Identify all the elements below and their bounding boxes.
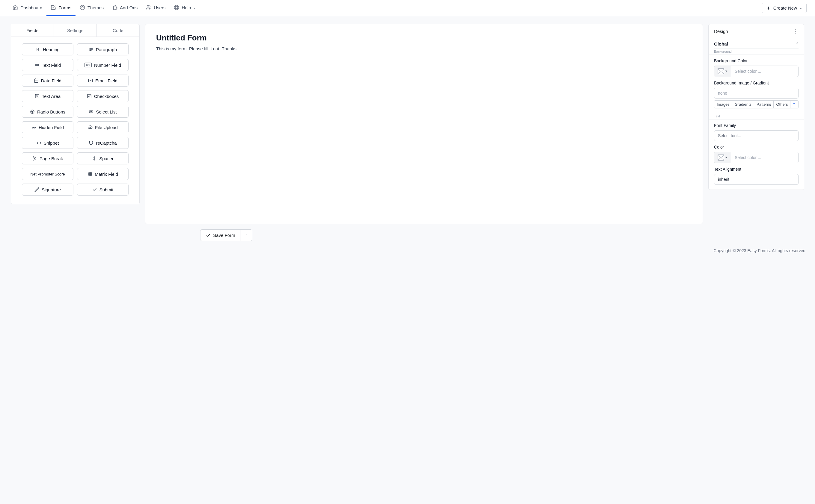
field-label: Submit [99, 187, 114, 192]
svg-point-4 [147, 5, 149, 7]
field-nps[interactable]: Net Promoter Score [22, 168, 73, 180]
plus-icon [766, 6, 771, 10]
scissors-icon [32, 156, 37, 161]
field-label: Paragraph [96, 47, 117, 52]
svg-point-32 [34, 127, 35, 128]
field-pagebreak[interactable]: Page Break [22, 152, 73, 164]
bg-color-row: ▼ [714, 66, 799, 77]
field-matrix[interactable]: Matrix Field [77, 168, 128, 180]
nav-help[interactable]: Help ⌄ [170, 0, 200, 16]
form-title[interactable]: Untitled Form [156, 33, 692, 43]
save-bar: Save Form ⌃ [145, 224, 307, 248]
svg-point-2 [82, 6, 83, 7]
font-select[interactable]: Select font... [714, 130, 799, 141]
bg-color-picker[interactable]: ▼ [714, 66, 731, 77]
field-label: reCaptcha [96, 140, 117, 146]
field-submit[interactable]: Submit [77, 184, 128, 196]
svg-point-36 [33, 159, 34, 160]
nav-themes[interactable]: Themes [75, 0, 108, 16]
kebab-icon[interactable]: ⋮ [793, 28, 799, 34]
svg-point-1 [81, 7, 82, 7]
bg-tab-gradients[interactable]: Gradients [732, 101, 754, 108]
nav-users[interactable]: Users [142, 0, 170, 16]
field-heading[interactable]: HHeading [22, 43, 73, 55]
calendar-icon [34, 78, 39, 83]
bg-color-input[interactable] [731, 66, 798, 77]
upload-icon [88, 125, 93, 130]
bg-tab-others[interactable]: Others [774, 101, 790, 108]
text-color-input[interactable] [731, 152, 798, 163]
save-button[interactable]: Save Form [200, 230, 241, 241]
checkbox-icon [87, 94, 92, 99]
field-paragraph[interactable]: Paragraph [77, 43, 128, 55]
bg-image-input[interactable] [714, 88, 799, 99]
shield-icon [89, 140, 93, 145]
nav-forms[interactable]: Forms [46, 0, 75, 16]
field-snippet[interactable]: Snippet [22, 137, 73, 149]
field-spacer[interactable]: Spacer [77, 152, 128, 164]
field-date[interactable]: Date Field [22, 75, 73, 87]
nav-dashboard[interactable]: Dashboard [8, 0, 46, 16]
users-icon [146, 5, 151, 10]
text-color-picker[interactable]: ▼ [714, 152, 731, 163]
design-body: Background Color ▼ Background Image / Gr… [709, 58, 804, 113]
svg-line-10 [175, 8, 176, 9]
caret-down-icon: ▼ [725, 156, 728, 159]
svg-rect-21 [34, 79, 38, 83]
check-icon [206, 233, 211, 238]
bg-tab-collapse[interactable]: ⌃ [790, 101, 798, 108]
field-label: Matrix Field [95, 172, 118, 177]
save-dropdown[interactable]: ⌃ [241, 230, 252, 241]
bg-tab-images[interactable]: Images [714, 101, 732, 108]
chevron-up-icon: ⌃ [796, 42, 799, 46]
field-label: Signature [42, 187, 61, 192]
field-text[interactable]: Text Field [22, 59, 73, 71]
field-checkboxes[interactable]: Checkboxes [77, 90, 128, 102]
nav-left: Dashboard Forms Themes Add-Ons Users [8, 0, 200, 16]
tab-fields[interactable]: Fields [11, 24, 54, 37]
field-label: Heading [43, 47, 60, 52]
glasses-icon [31, 125, 36, 130]
background-section-label: Background [709, 49, 804, 55]
bg-tab-patterns[interactable]: Patterns [754, 101, 774, 108]
save-group: Save Form ⌃ [200, 229, 252, 241]
chevron-up-icon: ⌃ [245, 233, 248, 237]
text-color-row: ▼ [714, 152, 799, 163]
heading-icon: H [36, 47, 40, 52]
field-email[interactable]: Email Field [77, 75, 128, 87]
select-icon [89, 109, 93, 114]
field-label: Spacer [99, 156, 114, 161]
field-file[interactable]: File Upload [77, 121, 128, 133]
field-label: Radio Buttons [37, 109, 65, 114]
tab-settings[interactable]: Settings [54, 24, 97, 37]
chevron-down-icon: ⌄ [193, 6, 196, 10]
field-radio[interactable]: Radio Buttons [22, 106, 73, 118]
bg-image-label: Background Image / Gradient [714, 81, 799, 85]
design-title: Design [714, 29, 728, 34]
design-panel: Design ⋮ Global ⌃ Background Background … [708, 24, 804, 190]
text-field-icon [34, 63, 39, 67]
field-label: Snippet [44, 140, 59, 146]
nav-addons[interactable]: Add-Ons [108, 0, 142, 16]
field-signature[interactable]: Signature [22, 184, 73, 196]
create-new-button[interactable]: Create New ⌄ [762, 3, 807, 13]
home-icon [13, 5, 18, 10]
form-description[interactable]: This is my form. Please fill it out. Tha… [156, 46, 692, 51]
fields-panel: Fields Settings Code HHeading Paragraph … [11, 24, 140, 204]
form-canvas[interactable]: Untitled Form This is my form. Please fi… [145, 24, 703, 224]
field-select[interactable]: Select List [77, 106, 128, 118]
radio-icon [30, 109, 35, 114]
align-select[interactable]: inherit [714, 174, 799, 185]
field-hidden[interactable]: Hidden Field [22, 121, 73, 133]
field-label: Page Break [40, 156, 63, 161]
puzzle-icon [112, 5, 117, 10]
field-textarea[interactable]: Text Area [22, 90, 73, 102]
field-label: Date Field [41, 78, 61, 83]
bg-source-tabs: Images Gradients Patterns Others ⌃ [714, 100, 799, 108]
field-recaptcha[interactable]: reCaptcha [77, 137, 128, 149]
field-label: File Upload [95, 125, 118, 130]
paragraph-icon [89, 47, 93, 52]
field-number[interactable]: 123Number Field [77, 59, 128, 71]
tab-code[interactable]: Code [97, 24, 139, 37]
section-global[interactable]: Global ⌃ [709, 38, 804, 48]
